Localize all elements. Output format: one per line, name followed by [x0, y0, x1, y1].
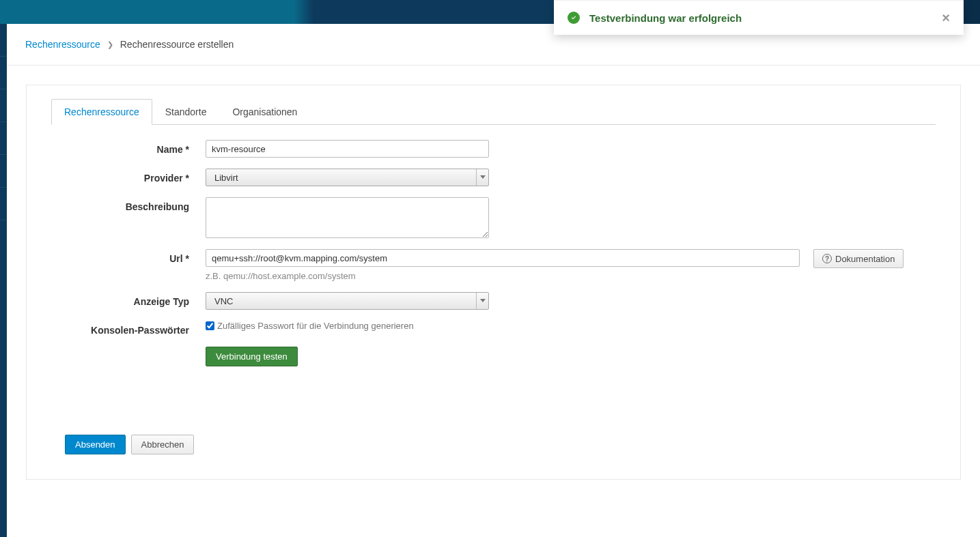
tab-locations[interactable]: Standorte — [152, 99, 220, 125]
submit-button[interactable]: Absenden — [65, 435, 126, 454]
url-input[interactable] — [206, 249, 800, 267]
toast-message: Testverbindung war erfolgreich — [589, 12, 932, 24]
tab-organizations[interactable]: Organisationen — [219, 99, 310, 125]
left-sidebar — [0, 24, 7, 537]
caret-down-icon — [476, 293, 488, 309]
name-label: Name * — [51, 140, 206, 155]
provider-select-value: Libvirt — [206, 173, 476, 183]
console-passwords-label: Konsolen-Passwörter — [51, 321, 206, 336]
display-type-select[interactable]: VNC — [206, 292, 489, 310]
description-label: Beschreibung — [51, 197, 206, 212]
cancel-button[interactable]: Abbrechen — [131, 435, 195, 454]
question-circle-icon: ? — [822, 254, 832, 263]
tab-compute-resource[interactable]: Rechenressource — [51, 99, 152, 125]
breadcrumb-current: Rechenressource erstellen — [120, 39, 234, 50]
chevron-right-icon: ❯ — [107, 40, 113, 49]
form-panel: Rechenressource Standorte Organisationen… — [26, 85, 961, 480]
url-help-text: z.B. qemu://host.example.com/system — [206, 271, 800, 281]
documentation-label: Dokumentation — [835, 254, 895, 264]
breadcrumb-parent-link[interactable]: Rechenressource — [25, 39, 100, 50]
random-password-checkbox[interactable] — [206, 321, 214, 330]
caret-down-icon — [476, 169, 488, 186]
provider-label: Provider * — [51, 169, 206, 184]
description-textarea[interactable] — [206, 197, 489, 238]
provider-select[interactable]: Libvirt — [206, 169, 489, 186]
display-type-select-value: VNC — [206, 296, 476, 306]
test-connection-button[interactable]: Verbindung testen — [206, 347, 298, 366]
random-password-label: Zufälliges Passwort für die Verbindung g… — [217, 321, 414, 331]
url-label: Url * — [51, 249, 206, 264]
tab-bar: Rechenressource Standorte Organisationen — [51, 99, 936, 125]
check-circle-icon — [568, 12, 580, 24]
success-toast: Testverbindung war erfolgreich × — [554, 0, 964, 35]
display-type-label: Anzeige Typ — [51, 292, 206, 307]
name-input[interactable] — [206, 140, 489, 158]
close-icon[interactable]: × — [942, 11, 950, 25]
documentation-button[interactable]: ? Dokumentation — [813, 249, 904, 268]
